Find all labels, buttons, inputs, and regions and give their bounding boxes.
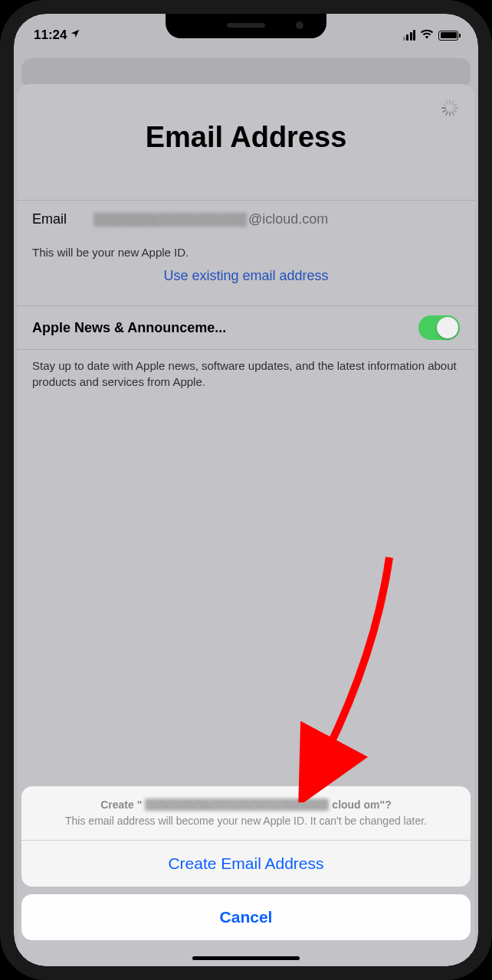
create-email-address-button[interactable]: Create Email Address	[21, 840, 471, 887]
home-indicator[interactable]	[192, 956, 300, 960]
sheet-title-prefix: Create "	[100, 799, 142, 811]
location-icon	[70, 28, 80, 43]
status-time: 11:24	[34, 28, 67, 43]
action-sheet-header: Create " cloud om"? This email address w…	[21, 786, 471, 840]
cancel-button[interactable]: Cancel	[21, 894, 471, 940]
sheet-title-suffix: cloud om"?	[332, 799, 391, 811]
sheet-subtitle: This email address will become your new …	[37, 814, 455, 829]
battery-icon	[438, 31, 458, 41]
action-sheet: Create " cloud om"? This email address w…	[21, 786, 471, 940]
cellular-icon	[403, 30, 416, 41]
notch	[166, 14, 326, 38]
redacted-sheet-email	[145, 799, 329, 811]
wifi-icon	[420, 28, 434, 43]
